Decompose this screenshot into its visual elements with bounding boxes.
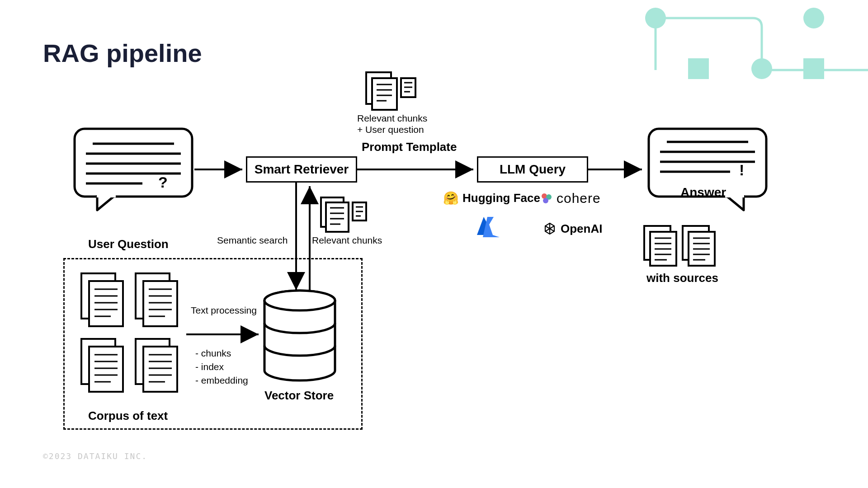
svg-point-92 bbox=[543, 198, 548, 203]
prompt-template-label: Prompt Template bbox=[362, 140, 457, 154]
index-label: - index bbox=[195, 361, 224, 372]
decorative-pattern bbox=[552, 0, 868, 90]
azure-logo bbox=[475, 215, 502, 241]
svg-rect-4 bbox=[803, 58, 824, 79]
svg-rect-75 bbox=[326, 202, 349, 232]
corpus-docs-icon bbox=[79, 271, 183, 398]
copyright-text: ©2023 DATAIKU INC. bbox=[43, 451, 147, 461]
svg-rect-6 bbox=[97, 194, 116, 197]
documents-prompt-icon bbox=[364, 70, 418, 111]
svg-text:?: ? bbox=[158, 174, 168, 191]
smart-retriever-box: Smart Retriever bbox=[246, 156, 357, 183]
answer-label: Answer bbox=[680, 185, 726, 200]
semantic-search-label: Semantic search bbox=[217, 235, 288, 246]
openai-logo: OpenAI bbox=[542, 221, 602, 236]
sources-docs-icon bbox=[642, 224, 719, 269]
svg-rect-52 bbox=[143, 281, 177, 326]
relevant-chunks-uq-label-2: + User question bbox=[357, 124, 424, 135]
svg-point-2 bbox=[751, 58, 772, 79]
relevant-chunks-uq-label-1: Relevant chunks bbox=[357, 113, 427, 124]
svg-rect-14 bbox=[372, 78, 397, 110]
page-title: RAG pipeline bbox=[43, 38, 202, 68]
svg-point-73 bbox=[264, 291, 335, 310]
user-question-label: User Question bbox=[88, 237, 169, 251]
svg-point-0 bbox=[645, 8, 666, 28]
vector-store-label: Vector Store bbox=[264, 389, 334, 403]
text-processing-label: Text processing bbox=[191, 305, 257, 316]
vector-store-icon bbox=[261, 289, 338, 384]
with-sources-label: with sources bbox=[646, 271, 718, 285]
svg-text:!: ! bbox=[739, 161, 744, 178]
cohere-logo: cohere bbox=[540, 191, 601, 206]
svg-rect-1 bbox=[688, 58, 709, 79]
embedding-label: - embedding bbox=[195, 375, 248, 386]
svg-point-3 bbox=[803, 8, 824, 28]
llm-query-box: LLM Query bbox=[477, 156, 588, 183]
relevant-chunks-label: Relevant chunks bbox=[312, 235, 382, 246]
svg-rect-59 bbox=[89, 347, 123, 392]
svg-rect-24 bbox=[725, 194, 744, 197]
huggingface-logo: 🤗Hugging Face bbox=[443, 191, 540, 206]
user-question-icon: ? bbox=[72, 127, 194, 212]
svg-rect-66 bbox=[143, 347, 177, 392]
chunks-label: - chunks bbox=[195, 348, 231, 359]
svg-rect-45 bbox=[89, 281, 123, 326]
corpus-label: Corpus of text bbox=[88, 409, 168, 423]
relevant-chunks-icon bbox=[319, 195, 368, 234]
